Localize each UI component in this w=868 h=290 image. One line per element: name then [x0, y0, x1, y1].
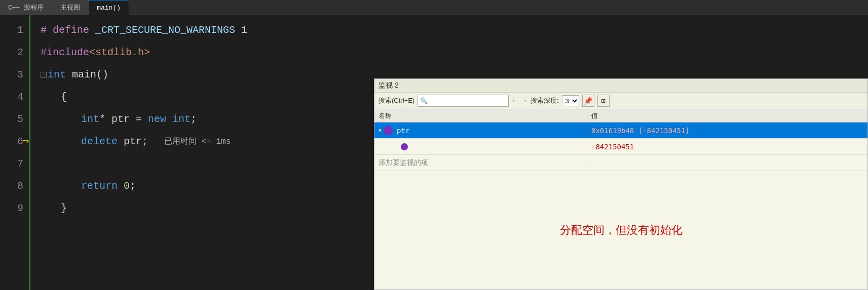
define-value: 1 [241, 24, 247, 36]
ptr-name: ptr [397, 127, 409, 135]
expand-triangle-icon: ▼ [379, 128, 382, 133]
watch-title: 监视 2 [379, 81, 399, 90]
main-func: main() [66, 69, 108, 80]
return-keyword: return [81, 180, 118, 192]
line-num-7: 7 [17, 153, 23, 175]
watch-table: 名称 值 ▼ ptr 0x01619b48 {-842150451} -8421… [374, 109, 867, 289]
watch-toolbar: 搜索(Ctrl+E) 🔍 ← → 搜索深度: 3 📌 ⊞ [374, 93, 867, 109]
watch-empty-row[interactable]: 添加要监视的项 [374, 155, 867, 171]
tab-main-view[interactable]: 主视图 [52, 0, 89, 15]
tab-main-func[interactable]: main() [89, 0, 129, 15]
depth-label: 搜索深度: [531, 96, 559, 105]
line-num-1: 1 [17, 19, 23, 42]
space [166, 113, 172, 125]
line-num-3: 3 [17, 64, 23, 86]
ptr-decl: * ptr = [99, 113, 148, 125]
define-macro: _CRT_SECURE_NO_WARNINGS [95, 24, 241, 36]
watch-table-header: 名称 值 [374, 109, 867, 122]
time-tooltip: 已用时间 <= 1ms [164, 131, 231, 153]
open-brace: { [61, 91, 67, 103]
line-num-4: 4 [17, 86, 23, 108]
col-name-header: 名称 [374, 109, 587, 122]
pin-btn[interactable]: 📌 [582, 95, 594, 107]
nav-back-btn[interactable]: ← [512, 97, 518, 105]
new-keyword: new [148, 113, 166, 125]
int-keyword: int [48, 69, 66, 80]
execution-arrow: ⇒ [22, 131, 29, 153]
code-line-2: #include<stdlib.h> [41, 42, 868, 64]
annotation-text: 分配空间，但没有初始化 [560, 223, 683, 238]
close-brace: } [61, 202, 67, 214]
collapse-icon[interactable]: − [41, 72, 47, 78]
search-icon: 🔍 [420, 97, 428, 105]
line-num-2: 2 [17, 42, 23, 64]
search-input-container[interactable]: 🔍 [418, 95, 509, 107]
define-keyword: # define [41, 24, 95, 36]
watch-empty-label: 添加要监视的项 [374, 156, 587, 170]
depth-select[interactable]: 3 [562, 95, 579, 106]
ptr-value-text: 0x01619b48 {-842150451} [591, 127, 690, 135]
ptr-type-icon [384, 126, 393, 135]
nav-forward-btn[interactable]: → [521, 97, 527, 105]
col-value-header: 值 [587, 109, 867, 122]
watch-empty-value [587, 161, 867, 165]
line-num-8: 8 [17, 175, 23, 197]
tab-bar: C++ 源程序 主视图 main() [0, 0, 868, 15]
delete-keyword: delete [81, 136, 118, 147]
add-watch-label: 添加要监视的项 [379, 158, 428, 168]
watch-annotation: 分配空间，但没有初始化 [374, 171, 867, 289]
include-keyword: #include [41, 47, 89, 58]
semicolon2: ; [130, 180, 136, 192]
watch-cell-child-value: -842150451 [587, 141, 867, 153]
grid-btn[interactable]: ⊞ [597, 95, 610, 107]
tab-cpp-source[interactable]: C++ 源程序 [0, 0, 52, 15]
search-label: 搜索(Ctrl+E) [379, 96, 414, 105]
delete-ptr: ptr; [118, 136, 148, 147]
semicolon1: ; [191, 113, 197, 125]
code-line-1: # define _CRT_SECURE_NO_WARNINGS 1 [41, 19, 868, 42]
int-type: int [81, 113, 99, 125]
watch-title-bar: 监视 2 [374, 79, 867, 93]
line-num-5: 5 [17, 108, 23, 131]
watch-panel: 监视 2 搜索(Ctrl+E) 🔍 ← → 搜索深度: 3 📌 ⊞ 名称 值 ▼… [374, 78, 868, 290]
return-value: 0 [124, 180, 130, 192]
watch-row-ptr-child[interactable]: -842150451 [374, 139, 867, 155]
child-value-text: -842150451 [591, 143, 634, 151]
include-lib: <stdlib.h> [89, 47, 150, 58]
watch-cell-ptr-value: 0x01619b48 {-842150451} [587, 125, 867, 137]
int-type2: int [172, 113, 191, 125]
line-num-9: 9 [17, 197, 23, 220]
space2 [118, 180, 124, 192]
watch-cell-child-name [374, 141, 587, 152]
watch-cell-ptr-name: ▼ ptr [374, 124, 587, 137]
watch-row-ptr[interactable]: ▼ ptr 0x01619b48 {-842150451} [374, 122, 867, 139]
child-type-icon [401, 143, 408, 150]
